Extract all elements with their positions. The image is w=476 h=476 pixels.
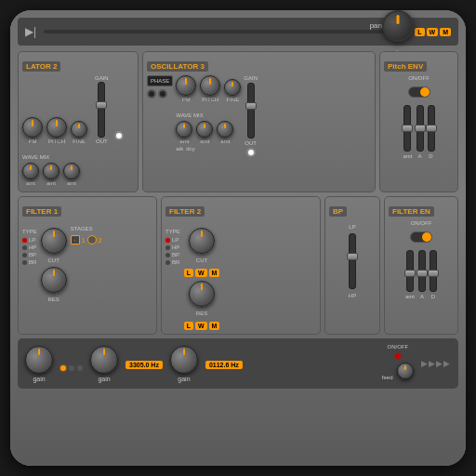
bottom-gain2-knob[interactable] bbox=[90, 346, 118, 374]
osc3-pm-label: PM bbox=[182, 97, 191, 102]
osc3-amt-row: amt amt amt bbox=[176, 121, 241, 144]
pitch-env-toggle[interactable] bbox=[408, 86, 430, 98]
osc2-pm-knob[interactable] bbox=[22, 117, 43, 138]
bottom-gain3-label: gain bbox=[178, 376, 190, 382]
scroll-decoration: ▶▶▶▶ bbox=[421, 359, 451, 368]
lwm-btn-m[interactable]: M bbox=[440, 28, 451, 36]
osc2-amt1-knob[interactable] bbox=[22, 163, 39, 179]
filter-env-a-fader[interactable] bbox=[418, 250, 426, 292]
bp-lp-label: LP bbox=[349, 224, 355, 230]
osc3-jack1[interactable] bbox=[147, 89, 156, 99]
filter2-type-lp[interactable]: LP bbox=[165, 237, 180, 243]
master-slider[interactable] bbox=[44, 30, 396, 33]
pitch-env-amt-label: amt bbox=[403, 153, 412, 159]
pitch-env-a-fader[interactable] bbox=[416, 105, 424, 152]
osc2-amt-row: amt amt amt bbox=[22, 163, 134, 186]
filter1-type-bp-label: BP bbox=[29, 252, 36, 258]
master-knob[interactable] bbox=[382, 10, 414, 42]
filter2-lwm2-w[interactable]: W bbox=[195, 322, 207, 330]
pitch-env-amt-col: amt bbox=[403, 105, 412, 159]
filter1-res-knob[interactable] bbox=[41, 267, 67, 293]
osc3-pitch-knob[interactable] bbox=[200, 75, 220, 96]
pitch-env-inner: ON/OFF amt bbox=[384, 75, 454, 159]
osc3-knobs-area: PM PITCH FINE WAVE bbox=[176, 75, 241, 157]
osc2-amt1-col: amt bbox=[22, 163, 39, 186]
osc2-amt3-knob[interactable] bbox=[63, 163, 80, 179]
filter2-res-knob[interactable] bbox=[189, 281, 215, 307]
osc2-amt2-col: amt bbox=[43, 163, 60, 186]
osc3-wave-mix-label: WAVE MIX bbox=[176, 112, 203, 118]
bp-title: BP bbox=[329, 206, 347, 217]
filter2-lwm2-m[interactable]: M bbox=[209, 322, 220, 330]
bottom-led3 bbox=[77, 365, 83, 371]
filter1-stages-controls: - 1 2 bbox=[71, 235, 102, 245]
osc3-gain-fader[interactable] bbox=[247, 83, 255, 139]
filter2-cut-knob[interactable] bbox=[189, 228, 215, 254]
filter1-stages-minus[interactable]: - bbox=[71, 235, 80, 245]
osc3-wave-mix: WAVE MIX amt amt bbox=[176, 104, 241, 144]
osc3-pm-knob[interactable] bbox=[176, 75, 196, 96]
filter1-type-hp[interactable]: HP bbox=[22, 245, 37, 250]
filter1-type-bp[interactable]: BP bbox=[22, 252, 37, 258]
osc2-amt2-knob[interactable] bbox=[43, 163, 60, 179]
osc2-fine-knob[interactable] bbox=[71, 121, 87, 138]
filter2-lwm-m[interactable]: M bbox=[209, 269, 220, 277]
filter1-inner: TYPE LP HP BP bbox=[22, 220, 152, 302]
osc2-title: LATOR 2 bbox=[22, 61, 60, 72]
osc3-jack-socket[interactable] bbox=[246, 148, 256, 157]
filter-env-section: FILTER EN ON/OFF amt bbox=[384, 196, 458, 335]
bp-fader[interactable] bbox=[349, 233, 356, 289]
bottom-gain3-knob[interactable] bbox=[170, 346, 198, 374]
filter2-type-bp-label: BP bbox=[172, 252, 179, 258]
osc2-gain-fader[interactable] bbox=[98, 82, 105, 138]
lwm-btn-l[interactable]: L bbox=[415, 28, 424, 36]
bottom-freq2-display: 0112.6 Hz bbox=[205, 361, 243, 369]
filter2-cut-label: CUT bbox=[196, 258, 207, 263]
bottom-feed-knob[interactable] bbox=[397, 363, 414, 379]
osc3-amt3-label: amt bbox=[220, 139, 230, 144]
filter1-type-br[interactable]: BR bbox=[22, 259, 37, 265]
filter-env-toggle-knob bbox=[422, 232, 431, 242]
osc3-amt3-col: amt bbox=[217, 121, 233, 144]
filter2-lwm-w[interactable]: W bbox=[195, 269, 207, 277]
filter2-type-bp[interactable]: BP bbox=[165, 252, 180, 258]
play-icon[interactable]: ▶| bbox=[25, 25, 36, 38]
filter-env-title: FILTER EN bbox=[389, 206, 434, 217]
osc2-wave-mix-label: WAVE MIX bbox=[22, 154, 49, 160]
filter1-cut-knob[interactable] bbox=[41, 228, 67, 254]
osc3-amt3-knob[interactable] bbox=[217, 121, 233, 138]
osc3-fine-col: FINE bbox=[224, 79, 241, 102]
bottom-gain1-knob[interactable] bbox=[25, 346, 53, 374]
osc3-amt2-label: amt bbox=[200, 139, 209, 144]
filter-env-d-thumb bbox=[428, 270, 439, 277]
osc2-pitch-knob[interactable] bbox=[46, 117, 67, 138]
osc3-fine-knob[interactable] bbox=[224, 79, 241, 96]
filter-env-d-fader[interactable] bbox=[430, 250, 437, 292]
osc2-fine-col: FINE bbox=[71, 121, 87, 144]
pitch-env-a-thumb bbox=[415, 125, 426, 132]
lwm-btn-w[interactable]: W bbox=[427, 28, 439, 36]
pitch-env-amt-fader[interactable] bbox=[403, 105, 411, 152]
osc2-jack-socket[interactable] bbox=[114, 131, 124, 140]
osc3-phase-label: PHASE bbox=[147, 75, 173, 86]
filter-env-a-col: A bbox=[418, 250, 426, 299]
filter-env-inner: ON/OFF amt bbox=[389, 220, 454, 299]
bottom-gain2-label: gain bbox=[98, 376, 110, 382]
bottom-gain3-group: gain bbox=[170, 346, 198, 382]
filter2-type-br[interactable]: BR bbox=[165, 259, 180, 265]
filter-env-amt-fader[interactable] bbox=[406, 250, 414, 292]
osc3-amt1-knob[interactable] bbox=[176, 121, 192, 138]
osc2-pm-col: PM bbox=[22, 117, 43, 144]
osc3-pm-col: PM bbox=[176, 75, 196, 102]
osc3-jack2[interactable] bbox=[158, 89, 167, 99]
osc3-amt2-knob[interactable] bbox=[196, 121, 213, 138]
filter2-lwm-l[interactable]: L bbox=[184, 269, 193, 277]
filter-env-toggle[interactable] bbox=[410, 231, 432, 243]
bottom-gain2-group: gain bbox=[90, 346, 118, 382]
filter2-type-hp[interactable]: HP bbox=[165, 245, 180, 250]
osc3-dcy-label: dcy bbox=[186, 146, 194, 152]
osc3-pitch-col: PITCH bbox=[200, 75, 220, 102]
pitch-env-d-fader[interactable] bbox=[428, 105, 435, 152]
filter2-lwm2-l[interactable]: L bbox=[184, 322, 193, 330]
filter1-type-lp[interactable]: LP bbox=[22, 237, 37, 243]
